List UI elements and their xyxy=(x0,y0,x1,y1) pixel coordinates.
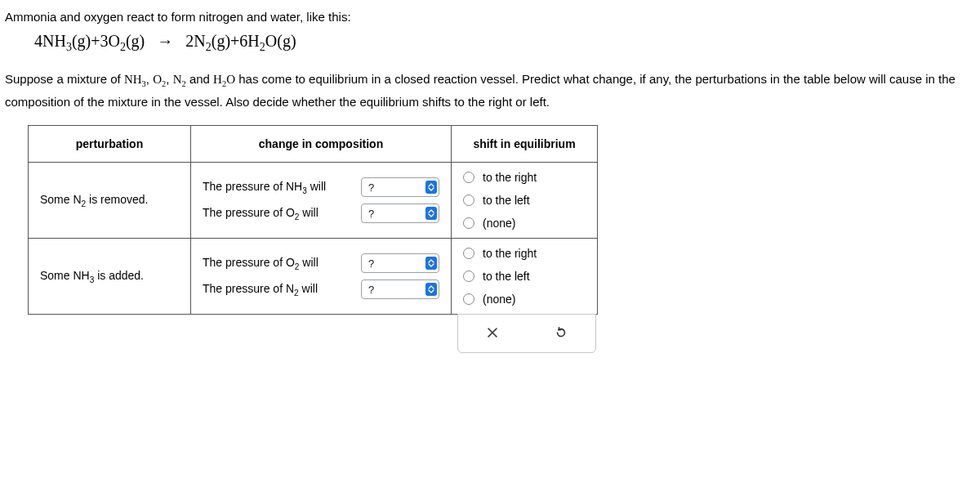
composition-select[interactable]: ? xyxy=(361,177,439,197)
perturbation-table: perturbation change in composition shift… xyxy=(28,125,598,315)
radio-icon xyxy=(463,172,474,183)
radio-label: (none) xyxy=(483,217,515,230)
composition-label: The pressure of O2 will xyxy=(203,206,318,221)
shift-radio-left[interactable]: to the left xyxy=(463,270,586,283)
composition-label: The pressure of N2 will xyxy=(203,282,318,297)
composition-label: The pressure of NH3 will xyxy=(203,180,326,195)
radio-label: (none) xyxy=(483,293,515,306)
chevron-updown-icon xyxy=(425,257,437,270)
shift-radio-right[interactable]: to the right xyxy=(463,247,586,260)
perturbation-cell: Some NH3 is added. xyxy=(29,239,191,315)
radio-icon xyxy=(463,248,474,259)
radio-icon xyxy=(463,195,474,206)
composition-select[interactable]: ? xyxy=(361,280,439,299)
shift-radio-none[interactable]: (none) xyxy=(463,293,586,306)
intro-line-1: Ammonia and oxygen react to form nitroge… xyxy=(5,10,975,24)
intro-paragraph: Suppose a mixture of NH3, O2, N2 and H2O… xyxy=(5,69,975,112)
chevron-updown-icon xyxy=(425,283,437,296)
header-perturbation: perturbation xyxy=(29,126,191,163)
chevron-updown-icon xyxy=(425,207,437,220)
radio-label: to the right xyxy=(483,171,537,184)
close-button[interactable] xyxy=(483,323,502,342)
header-change: change in composition xyxy=(191,126,452,163)
shift-radio-left[interactable]: to the left xyxy=(463,194,586,207)
shift-radio-right[interactable]: to the right xyxy=(463,171,586,184)
radio-icon xyxy=(463,293,474,305)
action-bar xyxy=(457,314,596,353)
chevron-updown-icon xyxy=(425,181,437,194)
reset-icon xyxy=(555,326,568,339)
table-row: Some N2 is removed. The pressure of NH3 … xyxy=(29,163,598,239)
composition-label: The pressure of O2 will xyxy=(203,256,318,271)
reset-button[interactable] xyxy=(551,323,571,342)
table-row: Some NH3 is added. The pressure of O2 wi… xyxy=(29,239,598,315)
radio-icon xyxy=(463,217,474,229)
perturbation-cell: Some N2 is removed. xyxy=(29,163,191,239)
radio-label: to the left xyxy=(483,270,530,283)
radio-icon xyxy=(463,271,474,282)
header-shift: shift in equilibrium xyxy=(452,126,598,163)
radio-label: to the left xyxy=(483,194,530,207)
shift-radio-none[interactable]: (none) xyxy=(463,217,586,230)
close-icon xyxy=(487,327,498,338)
composition-select[interactable]: ? xyxy=(361,253,439,273)
composition-select[interactable]: ? xyxy=(361,203,439,223)
reaction-equation: 4NH3(g)+3O2(g) → 2N2(g)+6H2O(g) xyxy=(34,32,975,54)
radio-label: to the right xyxy=(483,247,537,260)
